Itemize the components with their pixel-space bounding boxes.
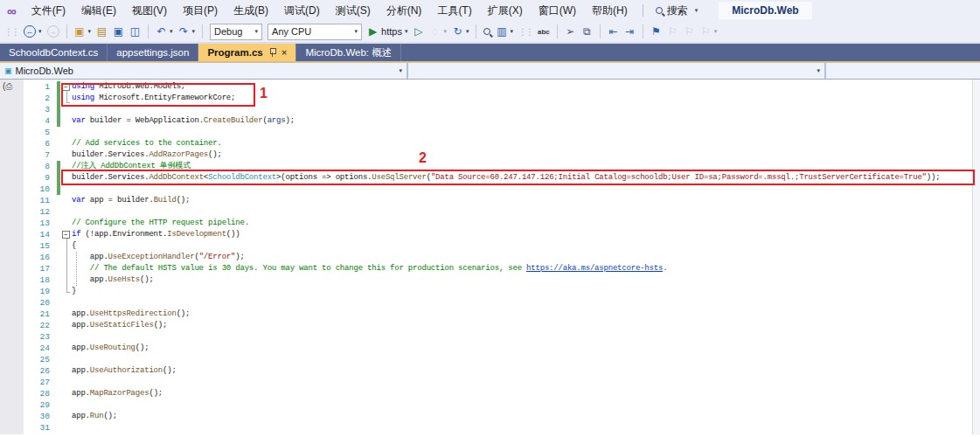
code-line[interactable]: 23 [0,331,971,343]
restart-icon[interactable]: ↻▾ [450,25,471,38]
code-line[interactable]: 18 app.UseHsts(); [0,274,971,286]
code-line[interactable]: 11var app = builder.Build(); [0,195,971,206]
code-text: if (!app.Environment.IsDevelopment()) [72,229,240,240]
member-dropdown[interactable] [826,63,980,79]
menu-item[interactable]: 生成(B) [226,0,276,22]
code-editor[interactable]: (⎙ 1−using MicroDb.Web.Models;2using Mic… [0,80,980,434]
collapse-region-icon[interactable]: − [62,231,70,239]
line-number: 12 [24,206,50,218]
code-line[interactable]: 16 app.UseExceptionHandler("/Error"); [0,252,971,263]
solution-name-badge[interactable]: MicroDb.Web [719,2,811,19]
code-text: // The default HSTS value is 30 days. Yo… [72,263,667,274]
select-pointer-icon[interactable]: ➢ [563,25,578,38]
menu-item[interactable]: 视图(V) [124,0,175,22]
code-line[interactable]: 15{ [0,240,971,252]
fold-margin [60,320,72,331]
fold-margin [60,184,72,195]
run-profile-label: https [381,26,402,37]
comment-link[interactable]: https://aka.ms/aspnetcore-hsts [526,264,663,273]
code-line[interactable]: 1−using MicroDb.Web.Models; [0,81,971,93]
tab-microdb-web-[interactable]: MicroDb.Web: 概述 [296,44,401,61]
code-line[interactable]: 7builder.Services.AddRazorPages(); [0,149,971,161]
menu-item[interactable]: 测试(S) [328,0,379,22]
toggle-bookmark-icon: ⚑ [650,26,662,38]
editor-vertical-scrollbar[interactable] [972,80,980,434]
indent-decrease-icon[interactable]: ⇤ [606,25,621,38]
code-token: { [72,241,76,250]
code-line[interactable]: 24app.UseRouting(); [0,343,971,354]
menu-item[interactable]: 文件(F) [24,0,73,22]
code-line[interactable]: 4var builder = WebApplication.CreateBuil… [0,115,971,127]
code-token: // Add services to the container. [72,139,222,148]
open-file-icon[interactable]: ▤ [94,25,109,38]
tab-appsettings-json[interactable]: appsettings.json [108,44,198,61]
undo-icon[interactable]: ↶▾ [154,25,175,38]
code-line[interactable]: 28app.MapRazorPages(); [0,388,971,399]
code-line[interactable]: 6// Add services to the container. [0,138,971,149]
menu-item[interactable]: 项目(P) [175,0,226,22]
code-line[interactable]: 3 [0,104,971,115]
code-line[interactable]: 26app.UseAuthorization(); [0,365,971,377]
menu-item[interactable]: 窗口(W) [531,0,584,22]
menu-item[interactable]: 调试(D) [276,0,328,22]
code-line[interactable]: 30app.Run(); [0,411,971,422]
code-line[interactable]: 9builder.Services.AddDbContext<SchooldbC… [0,172,971,184]
copy-icon: ⧉ [581,26,593,38]
close-icon[interactable]: ✕ [281,49,288,57]
code-line[interactable]: 13// Configure the HTTP request pipeline… [0,218,971,229]
spell-check-icon[interactable]: abc [536,25,552,38]
new-project-icon[interactable]: ▣▾ [73,25,94,38]
code-line[interactable]: 31 [0,422,971,434]
code-line[interactable]: 8//注入 AddDbContext 单例模式 [0,161,971,172]
project-dropdown[interactable]: ▣ MicroDb.Web ▾ [0,63,408,79]
hot-reload-icon: ◌▾ [427,25,448,38]
code-line[interactable]: 19} [0,286,971,297]
debug-config-select[interactable]: Debug▾ [210,24,262,40]
menu-item[interactable]: 编辑(E) [73,0,124,22]
fold-margin [60,331,72,343]
code-line[interactable]: 5 [0,127,971,138]
tab-schooldbcontext-cs[interactable]: SchooldbContext.cs [0,44,108,61]
indent-increase-icon[interactable]: ⇥ [622,25,637,38]
code-line[interactable]: 10 [0,184,971,195]
copy-icon[interactable]: ⧉ [580,25,594,38]
project-dropdown-value: MicroDb.Web [16,66,73,76]
find-in-files-icon[interactable] [482,27,492,36]
save-all-icon[interactable]: ◫ [128,25,142,38]
code-line[interactable]: 17 // The default HSTS value is 30 days.… [0,263,971,274]
code-line[interactable]: 21app.UseHttpsRedirection(); [0,309,971,320]
menu-item[interactable]: 帮助(H) [584,0,636,22]
visual-studio-logo-icon: ∞ [7,3,17,18]
code-text: app.UseAuthorization(); [72,365,177,377]
line-number: 13 [24,218,50,229]
tab-program-cs[interactable]: Program.cs✕ [198,44,296,61]
preview-window-icon[interactable]: ▥▾ [494,25,515,38]
type-dropdown[interactable]: ▾ [408,63,826,79]
code-line[interactable]: 25 [0,354,971,365]
indent-guide [76,252,77,286]
code-line[interactable]: 20 [0,297,971,309]
toggle-bookmark-icon[interactable]: ⚑ [649,25,664,38]
code-line[interactable]: 22app.UseStaticFiles(); [0,320,971,331]
navigate-back-icon[interactable]: ←▾ [22,24,44,38]
code-line[interactable]: 12 [0,206,971,218]
platform-select[interactable]: Any CPU▾ [268,24,362,40]
toolbar-items: ⋮⋮←▾→▣▾▤▣◫↶▾↷▾Debug▾Any CPU▾▶https▾▷◌▾↻▾… [3,24,719,40]
code-line[interactable]: 2using Microsoft.EntityFrameworkCore; [0,93,971,104]
code-line[interactable]: 29 [0,399,971,411]
menu-item[interactable]: 扩展(X) [480,0,531,22]
start-debug-button[interactable]: ▶https▾ [365,25,409,38]
code-token: ); [235,253,244,261]
menu-item[interactable]: 工具(T) [429,0,479,22]
save-all-icon: ◫ [129,26,141,38]
save-icon[interactable]: ▣ [111,25,126,38]
start-without-debugging-icon[interactable]: ▷ [411,25,426,38]
code-line[interactable]: 27 [0,377,971,388]
search-button[interactable]: 搜索 ▾ [650,2,704,20]
fold-margin [60,388,72,399]
menu-item[interactable]: 分析(N) [379,0,430,22]
code-line[interactable]: 14−if (!app.Environment.IsDevelopment()) [0,229,971,240]
pin-icon[interactable] [269,48,275,57]
editor-navigation-bar: ▣ MicroDb.Web ▾ ▾ [0,63,980,80]
redo-icon[interactable]: ↷▾ [177,25,198,38]
